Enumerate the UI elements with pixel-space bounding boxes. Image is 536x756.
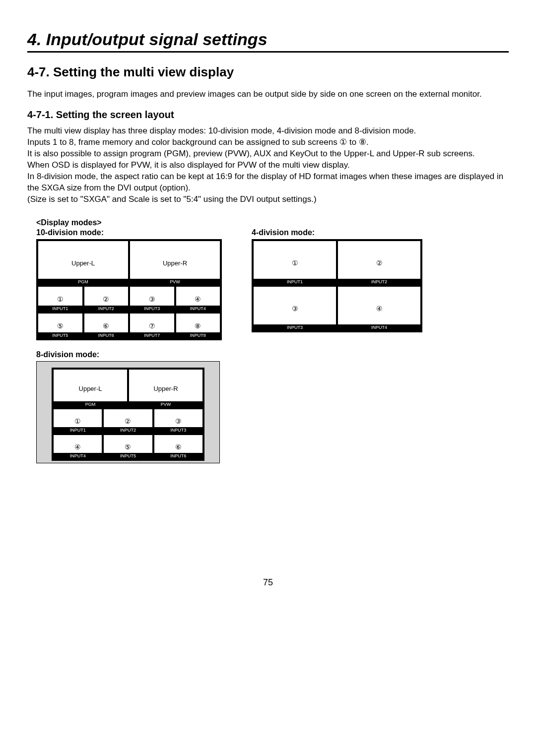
cell-sublabel: INPUT7 — [130, 332, 174, 338]
cell: ③INPUT3 — [129, 286, 175, 313]
cell-number: ⑤ — [125, 443, 131, 451]
cell: ②INPUT2 — [103, 408, 153, 434]
cell-sublabel: INPUT1 — [254, 279, 336, 285]
cell-label: Upper-L — [54, 384, 127, 392]
mode-label: 8-division mode: — [36, 350, 509, 359]
section-title: 4-7. Setting the multi view display — [27, 64, 509, 80]
cell: ④INPUT4 — [337, 286, 421, 331]
cell: ④INPUT4 — [175, 286, 221, 313]
cell-number: ② — [103, 295, 109, 303]
cell-sublabel: INPUT5 — [38, 332, 82, 338]
cell-upper-l: Upper-L PGM — [53, 369, 128, 408]
cell-sublabel: INPUT3 — [154, 427, 202, 433]
cell: ④INPUT4 — [53, 434, 103, 460]
cell: ⑥INPUT6 — [153, 434, 203, 460]
cell-label: Upper-R — [130, 259, 220, 266]
cell-sublabel: PVW — [129, 401, 202, 407]
cell-number: ④ — [376, 305, 383, 313]
cell-number: ① — [292, 259, 298, 267]
cell-sublabel: INPUT4 — [338, 324, 420, 330]
cell-upper-l: Upper-L PGM — [37, 240, 129, 286]
cell-number: ③ — [149, 295, 155, 303]
cell-upper-r: Upper-R PVW — [129, 240, 221, 286]
cell-label: Upper-R — [129, 384, 202, 392]
cell-sublabel: INPUT4 — [176, 306, 220, 312]
page-number: 75 — [27, 577, 509, 588]
cell: ②INPUT2 — [83, 286, 130, 313]
diagram-8div: Upper-L PGM Upper-R PVW ①INPUT1 ②INPUT2 … — [52, 368, 204, 461]
cell-number: ② — [125, 417, 131, 425]
cell-number: ⑥ — [103, 322, 109, 330]
body-line: When OSD is displayed for PVW, it is als… — [27, 160, 509, 171]
cell-number: ① — [57, 295, 64, 303]
circled-number: ① — [339, 137, 347, 147]
cell: ③INPUT3 — [253, 286, 337, 331]
cell-number: ③ — [175, 417, 182, 425]
cell: ⑥INPUT6 — [83, 313, 130, 339]
cell-number: ③ — [292, 305, 298, 313]
cell-number: ⑦ — [149, 322, 155, 330]
cell-number: ④ — [195, 295, 201, 303]
body-line: The multi view display has three display… — [27, 126, 509, 137]
cell: ①INPUT1 — [253, 240, 337, 286]
body-line: It is also possible to assign program (P… — [27, 148, 509, 160]
body-line: (Size is set to "SXGA" and Scale is set … — [27, 194, 509, 205]
cell-number: ⑧ — [195, 322, 201, 330]
cell-sublabel: INPUT2 — [104, 427, 152, 433]
body-text: to — [347, 137, 359, 147]
cell-sublabel: INPUT2 — [84, 306, 129, 312]
cell: ①INPUT1 — [53, 408, 103, 434]
chapter-rule — [27, 51, 509, 53]
body-line: Inputs 1 to 8, frame memory and color ba… — [27, 137, 509, 148]
cell-label: Upper-L — [38, 259, 128, 266]
cell: ②INPUT2 — [337, 240, 421, 286]
cell-sublabel: INPUT3 — [254, 324, 336, 330]
cell-sublabel: INPUT5 — [104, 453, 152, 459]
mode-10-division: 10-division mode: Upper-L PGM Upper-R PV… — [27, 228, 222, 340]
cell-sublabel: INPUT2 — [338, 279, 420, 285]
intro-paragraph: The input images, program images and pre… — [27, 89, 509, 100]
cell-number: ④ — [74, 443, 81, 451]
cell-sublabel: INPUT1 — [38, 306, 82, 312]
mode-label: 10-division mode: — [36, 228, 222, 237]
cell: ⑤INPUT5 — [37, 313, 83, 339]
mode-4-division: 4-division mode: ①INPUT1 ②INPUT2 ③INPUT3… — [252, 228, 422, 340]
cell-number: ⑥ — [175, 443, 182, 451]
body-text: The multi view display has three display… — [27, 126, 509, 205]
circled-number: ⑧ — [359, 137, 366, 147]
mode-label: 4-division mode: — [252, 228, 422, 237]
cell: ①INPUT1 — [37, 286, 83, 313]
body-line: In 8-division mode, the aspect ratio can… — [27, 171, 509, 194]
body-text: Inputs 1 to 8, frame memory and color ba… — [27, 137, 339, 147]
cell: ⑧INPUT8 — [175, 313, 221, 339]
cell-number: ② — [376, 259, 383, 267]
cell-number: ① — [74, 417, 81, 425]
cell-upper-r: Upper-R PVW — [128, 369, 203, 408]
cell-sublabel: INPUT1 — [54, 427, 102, 433]
subsection-title: 4-7-1. Setting the screen layout — [27, 109, 509, 121]
cell: ⑤INPUT5 — [103, 434, 153, 460]
diagram-10div: Upper-L PGM Upper-R PVW ①INPUT1 ②INPUT2 … — [36, 239, 222, 340]
chapter-title: 4. Input/output signal settings — [27, 30, 509, 49]
diagram-8div-outer: Upper-L PGM Upper-R PVW ①INPUT1 ②INPUT2 … — [36, 361, 220, 463]
mode-8-division: 8-division mode: Upper-L PGM Upper-R PVW… — [27, 350, 509, 463]
cell-sublabel: INPUT8 — [176, 332, 220, 338]
cell-sublabel: PVW — [130, 279, 220, 285]
cell-sublabel: PGM — [38, 279, 128, 285]
cell: ⑦INPUT7 — [129, 313, 175, 339]
cell-sublabel: INPUT3 — [130, 306, 174, 312]
display-modes-heading: <Display modes> — [36, 218, 509, 227]
cell-sublabel: PGM — [54, 401, 127, 407]
cell-sublabel: INPUT4 — [54, 453, 102, 459]
cell-sublabel: INPUT6 — [154, 453, 202, 459]
cell-number: ⑤ — [57, 322, 64, 330]
diagram-4div: ①INPUT1 ②INPUT2 ③INPUT3 ④INPUT4 — [252, 239, 422, 332]
cell: ③INPUT3 — [153, 408, 203, 434]
cell-sublabel: INPUT6 — [84, 332, 129, 338]
body-text: . — [366, 137, 369, 147]
